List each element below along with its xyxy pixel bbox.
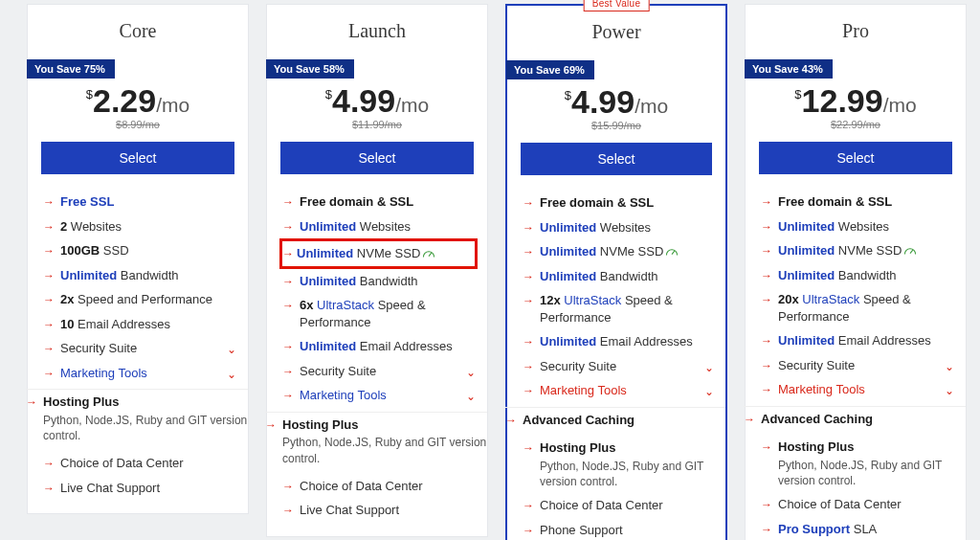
plan-card-power: Best ValuePowerYou Save 69%$4.99/mo$15.9…: [505, 4, 727, 540]
per-month: /mo: [883, 94, 917, 116]
feature-item: →Hosting PlusPython, Node.JS, Ruby and G…: [761, 435, 958, 492]
chevron-down-icon: ⌄: [466, 365, 476, 380]
feature-text: Unlimited NVMe SSD: [540, 244, 663, 259]
feature-text: Unlimited Email Addresses: [778, 333, 931, 348]
feature-item: →Hosting PlusPython, Node.JS, Ruby and G…: [265, 412, 487, 470]
feature-item[interactable]: →Security Suite⌄: [761, 353, 958, 378]
price: 4.99: [571, 83, 635, 120]
arrow-icon: →: [523, 269, 534, 284]
svg-line-2: [910, 250, 913, 253]
feature-item: →Unlimited Email Addresses: [761, 328, 958, 353]
feature-item: →Unlimited Bandwidth: [282, 269, 479, 294]
feature-list: →Free domain & SSL→Unlimited Websites→Un…: [523, 191, 718, 540]
feature-text: Hosting PlusPython, Node.JS, Ruby and GI…: [282, 417, 487, 466]
feature-item: →Choice of Data Center: [761, 492, 958, 517]
select-button[interactable]: Select: [280, 142, 474, 174]
arrow-icon: →: [761, 292, 772, 307]
feature-item: →Hosting PlusPython, Node.JS, Ruby and G…: [523, 436, 718, 493]
feature-item[interactable]: →Marketing Tools⌄: [523, 378, 718, 403]
plan-card-launch: LaunchYou Save 58%$4.99/mo$11.99/moSelec…: [266, 4, 488, 537]
feature-item[interactable]: →Security Suite⌄: [282, 359, 479, 384]
speed-icon: [665, 247, 679, 258]
feature-item: →Unlimited Email Addresses: [282, 334, 479, 359]
feature-item: →2x Speed and Performance: [43, 287, 240, 312]
arrow-icon: →: [761, 522, 772, 537]
chevron-down-icon: ⌄: [945, 359, 954, 374]
feature-text: Unlimited NVMe SSD: [778, 243, 902, 258]
feature-text: Advanced Caching: [523, 413, 635, 427]
feature-item: →Unlimited NVMe SSD: [761, 238, 958, 263]
arrow-icon: →: [43, 268, 55, 283]
feature-item: →6x UltraStack Speed & Performance: [282, 293, 479, 334]
feature-item[interactable]: →Security Suite⌄: [43, 336, 240, 361]
speed-icon: [422, 249, 435, 259]
select-button[interactable]: Select: [521, 143, 712, 175]
arrow-icon: →: [505, 413, 517, 428]
chevron-down-icon: ⌄: [704, 384, 714, 399]
speed-icon: [903, 246, 917, 257]
feature-item: →Choice of Data Center: [523, 493, 718, 518]
price-row: $4.99/mo: [267, 84, 487, 117]
feature-item[interactable]: →Marketing Tools⌄: [282, 383, 479, 408]
feature-text: Unlimited Websites: [540, 220, 651, 235]
feature-text: Choice of Data Center: [60, 456, 184, 470]
feature-text: Unlimited Websites: [300, 219, 411, 234]
feature-item[interactable]: →Marketing Tools⌄: [761, 377, 958, 402]
feature-item: →Unlimited Websites: [282, 214, 479, 239]
feature-text: Unlimited NVMe SSD: [297, 246, 420, 260]
arrow-icon: →: [43, 292, 55, 307]
feature-text: Choice of Data Center: [300, 479, 423, 493]
feature-item: →Free domain & SSL: [282, 190, 479, 214]
chevron-down-icon: ⌄: [227, 367, 236, 382]
old-price: $22.99/mo: [746, 119, 966, 130]
feature-text: Hosting PlusPython, Node.JS, Ruby and GI…: [778, 439, 958, 488]
arrow-icon: →: [43, 481, 55, 496]
arrow-icon: →: [523, 244, 534, 259]
price: 2.29: [93, 82, 156, 119]
chevron-down-icon: ⌄: [466, 389, 476, 404]
feature-item: →20x UltraStack Speed & Performance: [761, 287, 958, 328]
arrow-icon: →: [523, 359, 534, 374]
feature-item: →Unlimited Bandwidth: [761, 263, 958, 288]
feature-item: →Choice of Data Center: [282, 474, 479, 499]
arrow-icon: →: [43, 194, 55, 210]
feature-item[interactable]: →Marketing Tools⌄: [43, 361, 240, 386]
select-button[interactable]: Select: [41, 142, 234, 174]
svg-line-1: [672, 251, 675, 254]
price: 12.99: [802, 82, 883, 119]
arrow-icon: →: [282, 246, 294, 261]
feature-item: →Choice of Data Center: [43, 451, 240, 476]
feature-text: 2 Websites: [60, 219, 122, 234]
price-row: $12.99/mo: [746, 84, 966, 117]
arrow-icon: →: [523, 293, 534, 308]
arrow-icon: →: [761, 439, 772, 455]
feature-item[interactable]: →Security Suite⌄: [523, 354, 718, 379]
plan-card-pro: ProYou Save 43%$12.99/mo$22.99/moSelect→…: [745, 4, 967, 540]
arrow-icon: →: [761, 382, 772, 397]
feature-item: →Unlimited Bandwidth: [523, 264, 718, 289]
feature-list: →Free domain & SSL→Unlimited Websites→Un…: [282, 190, 479, 523]
feature-text: Unlimited Websites: [778, 219, 889, 234]
feature-item: →Advanced Caching: [505, 407, 725, 433]
arrow-icon: →: [761, 194, 772, 210]
save-tag: You Save 58%: [266, 59, 354, 79]
select-button[interactable]: Select: [759, 142, 952, 174]
feature-text: 10 Email Addresses: [60, 317, 170, 331]
feature-text: Unlimited Email Addresses: [540, 334, 693, 349]
feature-text: Free SSL: [60, 194, 114, 209]
save-tag: You Save 69%: [506, 60, 594, 79]
feature-item: →12x UltraStack Speed & Performance: [523, 288, 718, 329]
arrow-icon: →: [761, 333, 772, 349]
feature-text: Unlimited Email Addresses: [300, 339, 453, 353]
arrow-icon: →: [523, 334, 534, 349]
feature-text: Unlimited Bandwidth: [60, 268, 179, 282]
arrow-icon: →: [43, 243, 55, 259]
per-month: /mo: [395, 94, 429, 116]
price-row: $4.99/mo: [507, 85, 725, 118]
arrow-icon: →: [523, 440, 534, 456]
feature-text: Live Chat Support: [60, 481, 160, 495]
feature-text: Unlimited Bandwidth: [300, 274, 418, 288]
arrow-icon: →: [761, 497, 772, 512]
save-tag: You Save 75%: [27, 59, 115, 79]
feature-text: Unlimited Bandwidth: [778, 268, 897, 282]
